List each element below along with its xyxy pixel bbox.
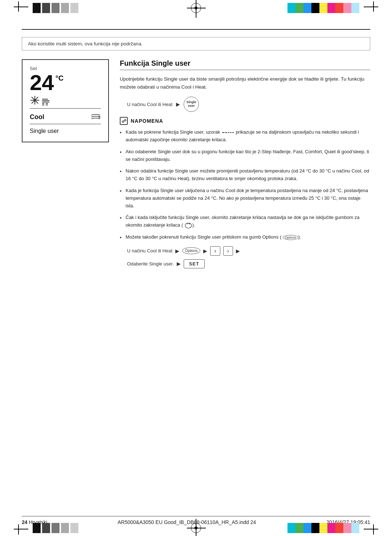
set-button[interactable]: SET [184,259,205,268]
crop-mark-br-v [373,524,374,535]
crop-mark-br-h [364,529,378,529]
notice-box: Ako koristite multi sistem, ova funkcija… [22,37,370,50]
mode-icon [30,95,40,105]
fan-bars [42,99,49,105]
registration-squares-top [33,3,78,13]
mode-row: Cool [30,111,101,124]
wind-direction-icon [91,113,101,121]
note-item-6: Možete također pokrenuti funkciju Single… [120,234,370,241]
instruction-row-3: Odaberite Single user. ▶ SET [127,259,370,268]
crop-mark-tl-v [18,1,19,12]
note-title: NAPOMENA [131,118,163,124]
registration-target-top [191,3,201,13]
section-title: Funkcija Single user [120,59,370,70]
registration-squares-bottom [33,523,78,533]
arrow-icon-5: ▶ [177,261,181,267]
crop-mark-bl-v [18,524,19,535]
arrow-icon-1: ▶ [176,101,180,107]
note-header: ☍ NAPOMENA [120,117,370,125]
display-panel: Set 24 °C [22,59,109,142]
note-item-1: Kada se pokrene funkcija Single user, uz… [120,129,370,144]
note-item-3: Nakon odabira funkcije Single user možet… [120,167,370,183]
crop-mark-tr-h [364,7,378,7]
temperature-row: 24 °C [30,72,101,94]
note-item-2: Ako odaberete Single user dok su u pogon… [120,148,370,163]
single-user-button-icon[interactable]: Single user [184,97,199,112]
top-divider [22,29,370,30]
crop-mark-bl-h [14,529,28,529]
single-user-display-label: Single user [30,124,101,134]
registration-target-bottom [191,523,201,533]
intro-text: Upotrijebite funkciju Single user da bis… [120,75,370,91]
left-column: Set 24 °C [22,59,109,273]
note-item-5: Čak i kada isključite funkciju Single us… [120,214,370,229]
options-btn-inline: Options [283,235,298,240]
crop-mark-tr-v [373,1,374,12]
nav-left-button[interactable]: ‹ [210,246,220,256]
degree-symbol: °C [56,74,64,82]
crop-mark-tl-h [14,7,28,7]
dashed-pattern [222,132,234,133]
footer-filename: AR5000&A3050 EU Good_IB_DB68-06110A_HR_A… [118,519,256,525]
color-bars-top [287,3,359,13]
svg-point-5 [185,223,192,228]
instruction-2-label: U načinu Cool ili Heat [127,248,172,253]
temperature-value: 24 [30,72,54,94]
page-content: Ako koristite multi sistem, ova funkcija… [22,29,370,507]
note-item-4: Kada je funkcija Single user uključena u… [120,187,370,210]
icons-row [30,95,101,109]
note-icon: ☍ [120,117,128,125]
options-button[interactable]: Options [182,247,200,254]
svg-point-4 [34,99,36,101]
arrow-icon-2: ▶ [175,248,179,254]
instruction-row-1: U načinu Cool ili Heat ▶ Single user [120,97,370,112]
instruction-row-2: U načinu Cool ili Heat ▶ Options ▶ ‹ › ▶ [127,246,370,256]
arrow-icon-3: ▶ [203,248,207,254]
rotation-icon [184,222,192,229]
instruction-1-label: U načinu Cool ili Heat [127,102,172,107]
two-column-layout: Set 24 °C [22,59,370,273]
color-bars-bottom [287,523,359,533]
arrow-icon-4: ▶ [236,248,240,254]
instruction-3-label: Odaberite Single user. [127,261,174,267]
notice-text: Ako koristite multi sistem, ova funkcija… [28,41,143,46]
nav-right-button[interactable]: › [223,246,233,256]
mode-label: Cool [30,113,44,121]
right-column: Funkcija Single user Upotrijebite funkci… [120,59,370,273]
note-section: ☍ NAPOMENA Kada se pokrene funkcija Sing… [120,117,370,241]
note-list: Kada se pokrene funkcija Single user, uz… [120,129,370,241]
